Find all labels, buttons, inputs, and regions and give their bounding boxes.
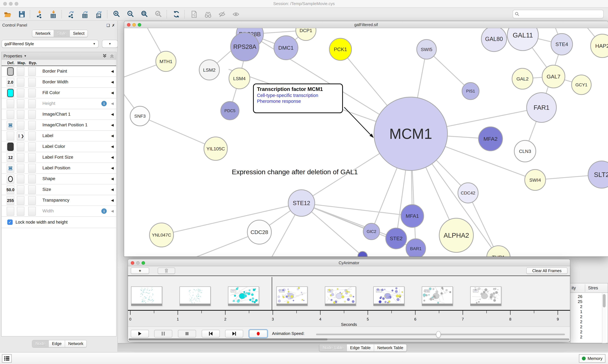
frame-thumbnail-2[interactable] [228,286,259,306]
mapping-cell[interactable] [17,121,24,130]
playhead[interactable] [272,277,272,310]
table-cell[interactable]: 1 [570,309,582,314]
network-node-cdc28[interactable]: CDC28 [247,220,271,244]
find-button[interactable] [203,10,213,19]
default-cell[interactable]: 2.0 [7,78,14,87]
mapping-cell[interactable] [17,207,24,216]
import-table-button[interactable] [49,10,58,19]
frame-thumbnail-6[interactable] [422,286,453,306]
collapse-arrow-icon[interactable]: ◀ [111,102,114,106]
network-node-hap2[interactable]: HAP2 [591,34,608,58]
mapping-cell[interactable] [17,196,24,205]
mapping-cell[interactable] [17,153,24,162]
default-cell[interactable]: 255 [7,196,14,205]
close-panel-icon[interactable]: ✗ [112,22,115,28]
expand-all-icon[interactable] [102,54,107,58]
network-node-gcy1[interactable]: GCY1 [572,75,591,95]
mapping-cell[interactable] [17,142,24,151]
bypass-cell[interactable] [28,196,36,205]
network-node-ste2[interactable]: STE2 [386,228,407,249]
timeline-ruler[interactable]: 0123456789 Seconds [128,310,570,326]
network-node-slt2[interactable]: SLT2 [588,161,608,188]
network-canvas[interactable]: RPS28BRPS28ADMC1DCP1PCK1SWI5GAL80GAL11ST… [124,28,608,257]
bypass-cell[interactable] [28,78,36,87]
collapse-arrow-icon[interactable]: ◀ [111,112,114,116]
dock-tab-node-table[interactable]: Node Table [319,344,347,351]
style-selector[interactable]: galFiltered Style ▼ [1,40,98,48]
network-node-ynl047c[interactable]: YNL047C [150,223,174,247]
network-node-pdc5[interactable]: PDC5 [221,102,239,120]
info-icon[interactable]: i [101,101,107,106]
default-cell[interactable] [7,175,14,183]
network-node-ste4[interactable]: STE4 [551,34,573,55]
network-node-swi4[interactable]: SWI4 [525,169,546,190]
network-node-mfa2[interactable]: MFA2 [479,127,503,151]
collapse-arrow-icon[interactable]: ◀ [111,198,114,202]
frames-scrollbar[interactable] [129,338,569,341]
frame-thumbnail-5[interactable] [373,286,404,306]
mapping-cell[interactable] [17,78,24,87]
table-cell[interactable]: 26 [570,294,582,299]
export-network-button[interactable] [67,10,76,19]
mapping-cell[interactable] [17,185,24,194]
network-window-titlebar[interactable]: galFiltered.sif [124,21,608,28]
network-node-yil105c[interactable]: YIL105C [204,137,227,160]
duplicate-network-button[interactable] [189,10,199,19]
collapse-arrow-icon[interactable]: ◀ [111,80,114,84]
network-node-rps28a[interactable]: RPS28A [231,33,259,61]
network-node-cln3[interactable]: CLN3 [514,140,536,162]
skip-to-end-button[interactable] [225,330,243,338]
cyanimator-titlebar[interactable]: CyAnimator [128,259,570,266]
network-node-swi5[interactable]: SWI5 [417,39,436,59]
default-cell[interactable] [7,89,14,97]
table-cell[interactable]: 25 [570,299,582,304]
export-image-button[interactable] [94,10,104,19]
mapping-cell[interactable] [17,164,24,173]
network-node-gal2[interactable]: GAL2 [512,68,533,89]
network-node-mfa1[interactable]: MFA1 [401,205,424,227]
network-node-lsm2[interactable]: LSM2 [199,60,220,80]
scrollbar-thumb[interactable] [603,294,606,307]
frame-thumbnail-1[interactable] [180,286,211,306]
network-node-dcp1[interactable]: DCP1 [296,28,316,40]
network-node-cdc42[interactable]: CDC42 [458,183,478,203]
tab-network[interactable]: Network [32,30,54,37]
bypass-cell[interactable] [28,207,36,216]
default-cell[interactable] [7,164,14,173]
frame-thumbnail-7[interactable] [470,286,501,306]
bypass-cell[interactable] [28,121,36,130]
table-cell[interactable]: 2 [570,304,582,309]
bypass-cell[interactable] [28,67,36,76]
record-button[interactable] [249,330,267,338]
collapse-arrow-icon[interactable]: ◀ [111,69,114,73]
zoom-selected-button[interactable] [154,10,163,19]
collapse-arrow-icon[interactable]: ◀ [111,91,114,95]
speed-slider-handle[interactable] [436,331,441,338]
pause-button[interactable] [154,330,172,338]
mapping-cell[interactable] [17,89,24,97]
table-scrollbar[interactable] [602,293,606,343]
clear-all-frames-button[interactable]: Clear All Frames [526,268,567,274]
tab-style[interactable]: Style [54,30,70,37]
open-session-button[interactable] [3,10,13,19]
collapse-arrow-icon[interactable]: ◀ [111,144,114,149]
skip-to-start-button[interactable] [202,330,220,338]
default-cell[interactable] [7,110,14,119]
network-node-dmc1[interactable]: DMC1 [274,36,298,60]
default-cell[interactable] [7,207,14,216]
table-cell[interactable]: 2 [570,335,582,339]
show-panels-button[interactable] [2,354,12,363]
style-options-button[interactable]: ▼ [102,40,118,48]
collapse-all-icon[interactable] [110,54,114,58]
add-frame-button[interactable]: + [131,268,149,274]
frame-thumbnail-4[interactable] [325,286,356,306]
style-target-tab-edge[interactable]: Edge [49,340,65,347]
zoom-in-button[interactable] [112,10,122,19]
bypass-cell[interactable] [28,142,36,151]
properties-header[interactable]: Properties ▼ [1,52,116,60]
table-cell[interactable]: 2 [570,319,582,324]
bypass-cell[interactable] [28,175,36,183]
frame-thumbnail-3[interactable] [276,286,307,306]
save-session-button[interactable] [17,10,27,19]
collapse-arrow-icon[interactable]: ◀ [111,134,114,138]
